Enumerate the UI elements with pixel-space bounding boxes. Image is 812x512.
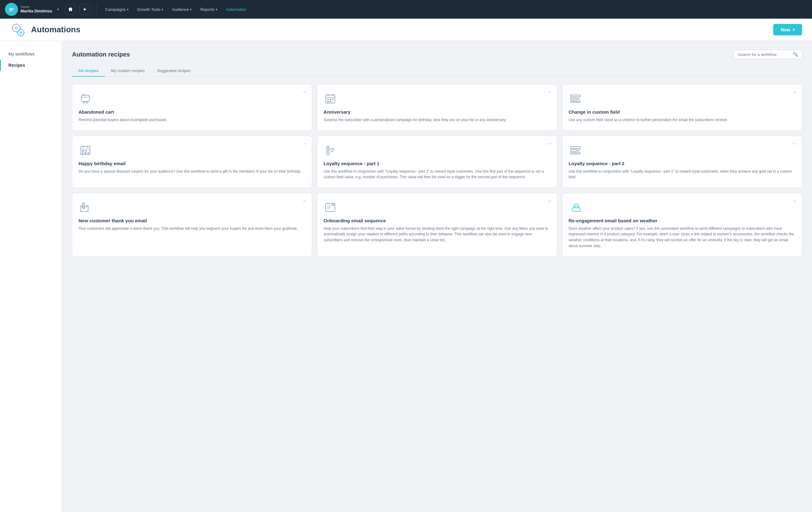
recipe-card-desc: Use this workflow in conjunction with "L…	[569, 169, 795, 180]
recipe-card-arrow-icon: →	[547, 198, 552, 204]
recipe-card-title: Onboarding email sequence	[323, 218, 550, 223]
sidebar-item-recipes[interactable]: Recipes	[0, 60, 62, 71]
svg-rect-38	[85, 150, 87, 151]
svg-rect-25	[332, 99, 334, 100]
recipe-card-desc: Use this workflow in conjunction with "L…	[323, 169, 550, 180]
svg-rect-3	[9, 10, 12, 11]
recipe-card[interactable]: → Change in custom field Use any custom …	[562, 84, 802, 131]
svg-rect-2	[9, 9, 14, 10]
owner-name: Marilia Dimitriou	[21, 9, 52, 13]
svg-rect-26	[327, 101, 329, 102]
nav-automation[interactable]: Automation	[222, 5, 250, 14]
growth-tools-arrow-icon: ▾	[162, 8, 163, 11]
recipe-card-title: New customer thank you email	[79, 218, 306, 223]
recipe-card[interactable]: → Re-engagement email based on weather D…	[562, 193, 802, 256]
svg-rect-48	[571, 147, 580, 148]
recipe-card-arrow-icon: →	[547, 89, 552, 95]
recipe-card-arrow-icon: →	[302, 198, 307, 204]
campaigns-arrow-icon: ▾	[127, 8, 128, 11]
svg-rect-30	[571, 101, 580, 103]
nav-reports[interactable]: Reports ▾	[197, 5, 221, 14]
recipe-card-title: Change in custom field	[569, 109, 795, 115]
reports-arrow-icon: ▾	[216, 8, 217, 11]
recipe-card[interactable]: → New customer thank you email Your cust…	[72, 193, 312, 256]
automations-icon	[10, 22, 26, 38]
topnav: Owner Marilia Dimitriou ▾ Campaigns ▾ Gr…	[0, 0, 812, 19]
svg-rect-28	[571, 95, 580, 97]
svg-point-18	[86, 102, 88, 104]
recipe-card-desc: Does weather affect your product sales? …	[569, 226, 795, 249]
add-button[interactable]	[80, 4, 90, 15]
recipe-card-title: Happy birthday email	[79, 161, 306, 166]
svg-rect-41	[88, 152, 89, 154]
recipe-card[interactable]: → Anniversary Surprise the subscriber wi…	[317, 84, 557, 131]
audience-arrow-icon: ▾	[190, 8, 192, 11]
svg-point-11	[20, 32, 22, 33]
nav-growth-tools[interactable]: Growth Tools ▾	[134, 5, 167, 14]
section-title: Automation recipes	[72, 51, 130, 58]
recipe-card-icon	[79, 143, 92, 157]
recipe-card-desc: Your customers will appreciate a warm th…	[79, 226, 306, 232]
recipe-card-arrow-icon: →	[302, 89, 307, 95]
home-button[interactable]	[65, 4, 76, 15]
main-nav: Campaigns ▾ Growth Tools ▾ Audience ▾ Re…	[102, 5, 807, 14]
tabs: All recipes My custom recipes Suggested …	[72, 65, 802, 77]
sidebar-item-my-workflows[interactable]: My workflows	[0, 49, 62, 60]
recipe-card-arrow-icon: →	[792, 198, 797, 204]
content-area: Automation recipes 🔍 All recipes My cust…	[62, 41, 812, 512]
nav-divider	[96, 5, 96, 14]
svg-rect-37	[82, 150, 84, 151]
main-content: My workflows Recipes Automation recipes …	[0, 41, 812, 512]
recipe-card-icon	[569, 143, 582, 157]
svg-rect-39	[82, 152, 84, 154]
svg-rect-23	[327, 99, 329, 100]
search-box[interactable]: 🔍	[734, 50, 802, 59]
recipe-card-title: Loyalty sequence - part 1	[323, 161, 550, 166]
recipe-card-desc: Remind potential buyers about incomplete…	[79, 117, 306, 123]
svg-point-17	[83, 102, 85, 104]
svg-rect-49	[571, 150, 577, 151]
tab-my-custom-recipes[interactable]: My custom recipes	[105, 65, 151, 77]
svg-point-10	[18, 29, 24, 36]
recipe-card-desc: Do you have a special discount coupon fo…	[79, 169, 306, 174]
recipe-card-desc: Help your subscribers find their way in …	[323, 226, 550, 243]
recipe-card-icon	[323, 143, 337, 157]
recipe-card-title: Abandoned cart	[79, 109, 306, 115]
sidebar: My workflows Recipes	[0, 41, 62, 512]
recipe-card[interactable]: → Onboarding email sequence Help your su…	[317, 193, 557, 256]
nav-campaigns[interactable]: Campaigns ▾	[102, 5, 132, 14]
recipe-card-icon	[79, 92, 92, 106]
recipe-card-arrow-icon: →	[792, 89, 797, 95]
new-button-arrow-icon: ▾	[793, 28, 794, 32]
svg-rect-29	[571, 98, 577, 100]
search-input[interactable]	[738, 52, 790, 57]
svg-rect-27	[330, 101, 331, 102]
recipe-card-icon	[569, 92, 582, 106]
svg-rect-24	[330, 99, 331, 100]
recipe-card-icon	[323, 201, 337, 214]
owner-label: Owner	[21, 5, 52, 9]
nav-audience[interactable]: Audience ▾	[168, 5, 195, 14]
recipe-card[interactable]: → Happy birthday email Do you have a spe…	[72, 136, 312, 188]
svg-rect-50	[571, 153, 580, 154]
tab-suggested-recipes[interactable]: Suggested recipes	[151, 65, 197, 77]
app-logo	[5, 3, 18, 16]
recipe-card-title: Loyalty sequence - part 2	[569, 161, 795, 166]
svg-rect-16	[81, 95, 89, 102]
new-button[interactable]: New ▾	[773, 24, 802, 35]
content-header: Automation recipes 🔍	[72, 50, 802, 59]
recipe-card-title: Anniversary	[323, 109, 550, 115]
recipe-card[interactable]: → Loyalty sequence - part 2 Use this wor…	[562, 136, 802, 188]
recipe-card-icon	[79, 201, 92, 214]
recipe-card[interactable]: → Abandoned cart Remind potential buyers…	[72, 84, 312, 131]
recipe-card-desc: Surprise the subscriber with a personali…	[323, 117, 550, 123]
recipe-card-arrow-icon: →	[792, 141, 797, 147]
owner-chevron-icon[interactable]: ▾	[57, 7, 59, 11]
recipe-grid: → Abandoned cart Remind potential buyers…	[72, 84, 802, 256]
svg-point-5	[15, 27, 18, 29]
recipe-card[interactable]: → Loyalty sequence - part 1 Use this wor…	[317, 136, 557, 188]
svg-rect-1	[9, 8, 14, 9]
tab-all-recipes[interactable]: All recipes	[72, 65, 105, 77]
page-header: Automations New ▾	[0, 19, 812, 41]
recipe-card-icon	[323, 92, 337, 106]
